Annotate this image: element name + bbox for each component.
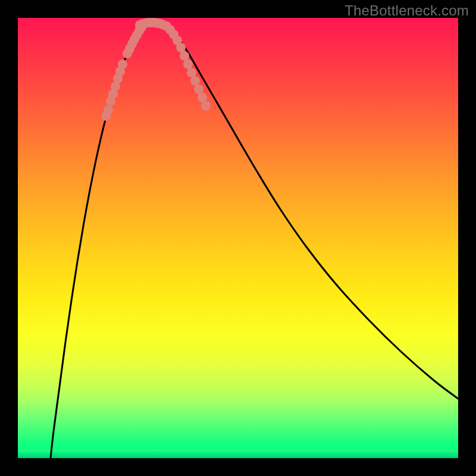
marker-dot (118, 60, 127, 69)
marker-dot (104, 105, 113, 115)
watermark-text: TheBottleneck.com (345, 2, 469, 19)
chart-frame: TheBottleneck.com (0, 0, 476, 476)
marker-dot (194, 84, 203, 94)
marker-dot (198, 93, 207, 102)
marker-dot (187, 68, 196, 77)
marker-dot (201, 101, 211, 111)
marker-dot (190, 76, 200, 86)
marker-dot (176, 43, 186, 52)
marker-dot (180, 51, 189, 61)
curve-svg (18, 18, 458, 458)
marker-dots (101, 18, 211, 121)
marker-dot (183, 60, 193, 69)
plot-area (18, 18, 458, 458)
